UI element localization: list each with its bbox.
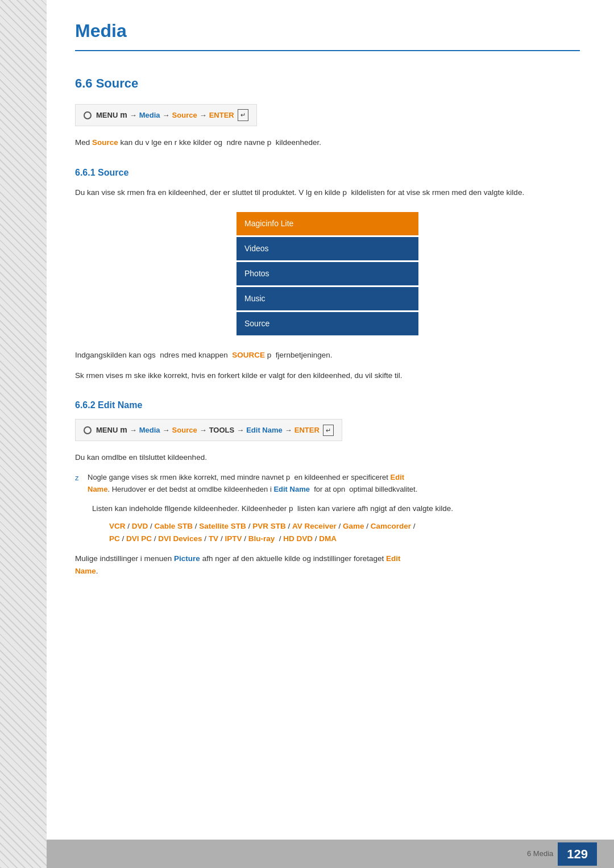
menu-list-item-source[interactable]: Source <box>237 312 418 335</box>
edit-name-highlight-1: Edit <box>391 473 405 481</box>
picture-highlight: Picture <box>174 554 200 563</box>
indented-block: Listen kan indeholde fllgende kildeenhed… <box>92 502 580 545</box>
sidebar-stripe <box>0 0 47 868</box>
source-highlight-2: SOURCE <box>232 351 265 359</box>
menu-list-item-photos[interactable]: Photos <box>237 262 418 285</box>
page-footer: 6 Media 129 <box>47 840 614 868</box>
edit-name-highlight-3b: Name <box>75 567 96 575</box>
device-iptv: IPTV <box>225 534 242 543</box>
arrow-3: → <box>200 110 207 121</box>
section-66: 6.6 Source MENU m → Media → Source → ENT… <box>75 74 580 149</box>
section-662-heading: 6.6.2 Edit Name <box>75 398 580 412</box>
device-cablestb: Cable STB <box>155 522 193 530</box>
arrow-2: → <box>163 110 170 121</box>
device-bluray: Blu-ray <box>248 534 275 543</box>
device-satellitestb: Satellite STB <box>199 522 246 530</box>
page-wrapper: Media 6.6 Source MENU m → Media → Source… <box>0 0 614 868</box>
media-link: Media <box>139 110 160 121</box>
section-662-body-1: Du kan omdlbe en tilsluttet kildeenhed. <box>75 451 580 464</box>
device-vcr: VCR <box>109 522 126 530</box>
note-bullet-1: z <box>75 472 83 484</box>
device-list: VCR / DVD / Cable STB / Satellite STB / … <box>109 520 580 545</box>
menu-list-container: Magicinfo Lite Videos Photos Music Sourc… <box>237 212 418 335</box>
page-header: Media <box>75 17 580 51</box>
menu-list-item-music[interactable]: Music <box>237 287 418 310</box>
note-item-1: z Nogle gange vises sk rmen ikke korrekt… <box>75 472 580 496</box>
arrow-7: → <box>237 425 244 436</box>
source-highlight-1: Source <box>92 138 118 147</box>
menu-label: MENU <box>96 110 118 121</box>
section-66-body: Med Source kan du v lge en r kke kilder … <box>75 136 580 149</box>
section-661-heading: 6.6.1 Source <box>75 166 580 180</box>
edit-name-highlight-1b: Name <box>88 485 107 493</box>
enter-link-2: ENTER <box>294 425 320 436</box>
section-662: 6.6.2 Edit Name MENU m → Media → Source … <box>75 398 580 577</box>
device-list-container: VCR / DVD / Cable STB / Satellite STB / … <box>109 520 580 545</box>
device-game: Game <box>343 522 364 530</box>
edit-name-highlight-3: Edit <box>386 554 401 563</box>
menu-path-2: MENU m → Media → Source → TOOLS → Edit N… <box>75 419 342 441</box>
device-dvidevices: DVI Devices <box>158 534 202 543</box>
edit-name-highlight-2: Edit Name <box>273 485 310 493</box>
device-camcorder: Camcorder <box>371 522 411 530</box>
enter-link: ENTER <box>209 110 234 121</box>
device-dvipc: DVI PC <box>126 534 152 543</box>
device-hddvd: HD DVD <box>283 534 313 543</box>
media-link-2: Media <box>139 425 160 436</box>
section-661: 6.6.1 Source Du kan vise sk rmen fra en … <box>75 166 580 382</box>
content-area: Media 6.6 Source MENU m → Media → Source… <box>47 0 614 868</box>
menu-list-item-videos[interactable]: Videos <box>237 237 418 260</box>
footer-section-label: 6 Media <box>527 848 553 859</box>
menu-m-2: m <box>120 424 127 436</box>
device-dvd: DVD <box>132 522 148 530</box>
arrow-1: → <box>130 110 137 121</box>
device-dma: DMA <box>319 534 337 543</box>
menu-label-2: MENU <box>96 425 118 436</box>
arrow-8: → <box>285 425 292 436</box>
section-661-note-1: Indgangskilden kan ogs ndres med knappen… <box>75 349 580 362</box>
circle-icon-2 <box>84 426 92 434</box>
device-pc: PC <box>109 534 120 543</box>
tools-link: TOOLS <box>209 425 235 436</box>
section-66-heading: 6.6 Source <box>75 74 580 93</box>
menu-path-1: MENU m → Media → Source → ENTER ↵ <box>75 104 257 126</box>
note-text-1: Nogle gange vises sk rmen ikke korrekt, … <box>88 472 417 496</box>
footer-page-number: 129 <box>558 842 597 866</box>
source-link-2: Source <box>172 425 197 436</box>
arrow-4: → <box>130 425 137 436</box>
indented-text-1: Listen kan indeholde fllgende kildeenhed… <box>92 502 580 515</box>
section-661-note-2: Sk rmen vises m ske ikke korrekt, hvis e… <box>75 369 580 382</box>
enter-box: ↵ <box>238 109 248 121</box>
source-link: Source <box>172 110 197 121</box>
section-661-body: Du kan vise sk rmen fra en kildeenhed, d… <box>75 186 580 199</box>
menu-m: m <box>120 109 127 121</box>
device-tv: TV <box>209 534 218 543</box>
page-title: Media <box>75 17 580 44</box>
editname-link: Edit Name <box>246 425 283 436</box>
device-pvrstb: PVR STB <box>252 522 286 530</box>
menu-list-item-magicinfo[interactable]: Magicinfo Lite <box>237 212 418 235</box>
section-662-note-2: Mulige indstillinger i menuen Picture af… <box>75 553 580 577</box>
arrow-6: → <box>200 425 207 436</box>
device-avreceiver: AV Receiver <box>292 522 337 530</box>
circle-icon <box>84 111 92 119</box>
enter-box-2: ↵ <box>323 425 334 437</box>
arrow-5: → <box>163 425 170 436</box>
